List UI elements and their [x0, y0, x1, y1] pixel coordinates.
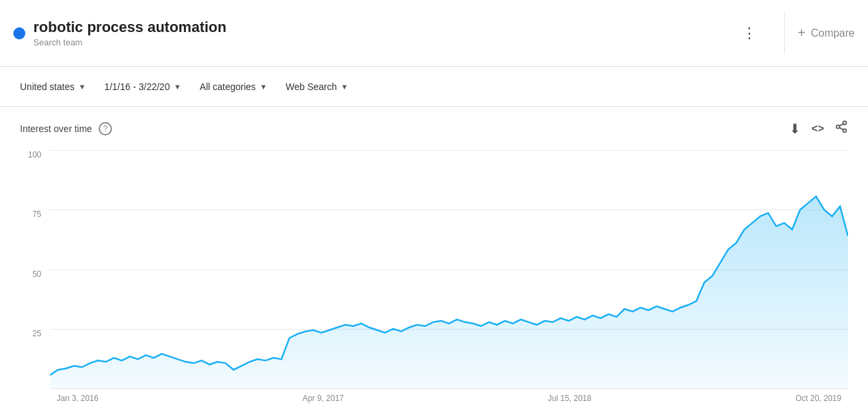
- search-type-filter[interactable]: Web Search ▼: [279, 77, 355, 96]
- chart-header: Interest over time ? ⬇ <>: [20, 120, 848, 137]
- header-left: robotic process automation Search team: [13, 19, 742, 47]
- header: robotic process automation Search team ⋮…: [0, 0, 868, 67]
- search-type-chevron-icon: ▼: [341, 83, 348, 91]
- country-label: United states: [20, 81, 75, 92]
- chart-actions: ⬇ <>: [789, 120, 848, 137]
- search-term-title: robotic process automation: [33, 19, 227, 36]
- svg-line-4: [839, 123, 843, 125]
- country-chevron-icon: ▼: [79, 83, 86, 91]
- date-range-label: 1/1/16 - 3/22/20: [105, 81, 170, 92]
- trend-chart: [50, 150, 848, 388]
- download-icon[interactable]: ⬇: [789, 121, 801, 137]
- plus-icon: +: [798, 25, 806, 41]
- help-icon[interactable]: ?: [99, 122, 112, 135]
- x-label-2018: Jul 15, 2018: [548, 394, 591, 403]
- y-label-50: 50: [33, 270, 41, 279]
- chart-content: [50, 150, 848, 388]
- chart-title-group: Interest over time ?: [20, 122, 112, 135]
- topic-indicator: [13, 27, 25, 39]
- x-label-2019: Oct 20, 2019: [795, 394, 841, 403]
- compare-label: Compare: [811, 27, 855, 39]
- filters-bar: United states ▼ 1/1/16 - 3/22/20 ▼ All c…: [0, 67, 868, 107]
- categories-label: All categories: [200, 81, 256, 92]
- chart-section: Interest over time ? ⬇ <> 100 75 50 25: [0, 107, 868, 415]
- country-filter[interactable]: United states ▼: [13, 77, 93, 96]
- search-type-subtitle: Search team: [33, 37, 227, 47]
- svg-line-3: [839, 127, 843, 129]
- x-label-2017: Apr 9, 2017: [303, 394, 344, 403]
- chart-area: 100 75 50 25: [20, 150, 848, 408]
- date-chevron-icon: ▼: [174, 83, 181, 91]
- date-range-filter[interactable]: 1/1/16 - 3/22/20 ▼: [98, 77, 188, 96]
- search-type-label: Web Search: [286, 81, 337, 92]
- y-label-25: 25: [33, 329, 41, 338]
- y-label-75: 75: [33, 210, 41, 219]
- embed-icon[interactable]: <>: [811, 123, 824, 135]
- header-divider: [784, 13, 785, 53]
- y-label-100: 100: [28, 150, 41, 159]
- share-icon[interactable]: [835, 120, 848, 137]
- compare-button[interactable]: + Compare: [798, 25, 855, 41]
- categories-chevron-icon: ▼: [260, 83, 267, 91]
- y-axis-labels: 100 75 50 25: [20, 150, 47, 388]
- x-axis-labels: Jan 3, 2016 Apr 9, 2017 Jul 15, 2018 Oct…: [50, 388, 848, 408]
- x-label-2016: Jan 3, 2016: [57, 394, 99, 403]
- chart-title: Interest over time: [20, 123, 92, 134]
- categories-filter[interactable]: All categories ▼: [193, 77, 274, 96]
- title-group: robotic process automation Search team: [33, 19, 227, 47]
- more-options-icon[interactable]: ⋮: [742, 25, 757, 42]
